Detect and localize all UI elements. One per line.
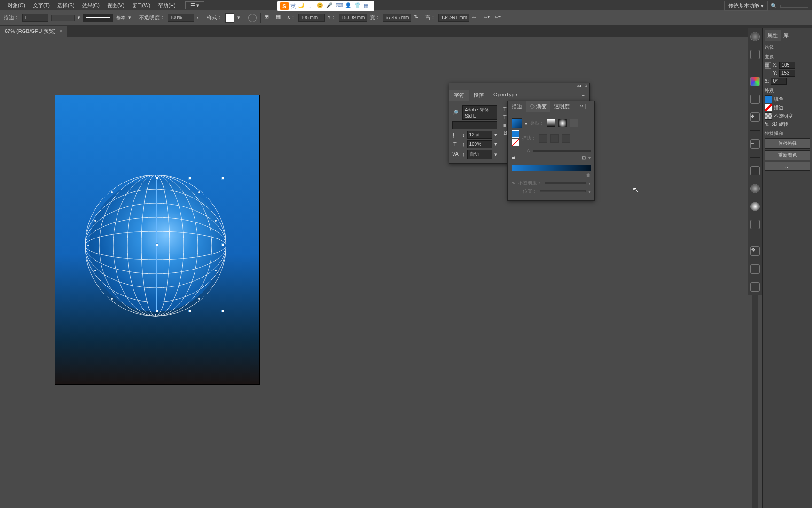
close-panel-icon[interactable]: × xyxy=(585,83,587,90)
artboard[interactable] xyxy=(55,95,259,384)
selection-box[interactable] xyxy=(156,178,223,311)
reverse-icon[interactable]: ⇄ xyxy=(512,155,515,160)
ime-lang[interactable]: 英 xyxy=(290,2,296,10)
stroke-weight-input[interactable]: ↕ xyxy=(22,14,48,22)
radial-type-button[interactable] xyxy=(558,119,567,127)
kern-dropdown-icon[interactable]: ▾ xyxy=(494,151,497,158)
stop-location-input[interactable] xyxy=(540,190,586,192)
fill-swatch-prop[interactable] xyxy=(765,95,772,103)
handle-tl[interactable] xyxy=(156,177,158,180)
handle-mr[interactable] xyxy=(221,243,224,246)
opacity-arrow-icon[interactable]: › xyxy=(197,15,199,21)
globe-icon[interactable] xyxy=(248,14,257,22)
workspace-dropdown[interactable]: 传统基本功能 ▾ xyxy=(724,1,768,11)
dock-brush-icon[interactable] xyxy=(750,32,760,41)
y-input[interactable]: 153.09 mm xyxy=(339,14,367,22)
w-input[interactable]: 67.496 mm xyxy=(383,14,411,22)
shape-icon-2[interactable]: ▱▾ xyxy=(484,14,492,22)
grad-swatch-dd-icon[interactable]: ▾ xyxy=(525,121,527,126)
menu-help[interactable]: 帮助(H) xyxy=(154,0,179,10)
shirt-icon[interactable]: 👕 xyxy=(354,2,362,10)
handle-bl[interactable] xyxy=(156,310,158,312)
vscale-dropdown-icon[interactable]: ▾ xyxy=(494,141,497,147)
opacity-input[interactable]: 100% xyxy=(168,14,194,22)
collapse-icon[interactable]: ◂◂ xyxy=(577,83,581,90)
face-icon[interactable]: 😊 xyxy=(317,2,324,10)
transform-anchor-icon[interactable]: ▦ xyxy=(276,14,284,22)
offset-path-button[interactable]: 位移路径 xyxy=(765,138,810,149)
shape-icon-1[interactable]: ▱ xyxy=(472,14,481,22)
delete-stop-icon[interactable]: 🗑 xyxy=(586,173,591,178)
tab-transparency[interactable]: 透明度 xyxy=(550,101,573,112)
panel-titlebar[interactable]: ◂◂ × xyxy=(449,83,589,90)
dock-club-icon[interactable]: ♣ xyxy=(750,112,760,122)
angle-input[interactable] xyxy=(533,150,591,152)
stroke-dropdown-icon[interactable]: ▾ xyxy=(78,15,80,21)
gradient-slider[interactable] xyxy=(512,165,591,171)
dock-asset-icon[interactable] xyxy=(750,282,760,292)
tab-character[interactable]: 字符 xyxy=(449,90,469,101)
dock-pen-icon[interactable] xyxy=(750,50,760,59)
handle-tr[interactable] xyxy=(221,177,224,180)
document-tab[interactable]: 67% (RGB/GPU 预览) × xyxy=(0,26,67,37)
stop-location-dd-icon[interactable]: ▾ xyxy=(588,189,591,194)
style-swatch[interactable] xyxy=(225,13,234,23)
freeform-type-button[interactable] xyxy=(570,119,578,127)
dock-layers-icon[interactable]: ❖ xyxy=(750,246,760,256)
handle-bm[interactable] xyxy=(188,310,191,312)
search-input[interactable] xyxy=(780,5,808,8)
menu-select[interactable]: 选择(S) xyxy=(54,0,78,10)
canvas[interactable] xyxy=(0,37,756,508)
keyboard-icon[interactable]: ⌨ xyxy=(336,2,343,10)
stroke-profile[interactable] xyxy=(83,14,113,22)
aspect-dd-icon[interactable]: ▾ xyxy=(588,155,591,160)
dock-swatches-icon[interactable] xyxy=(750,77,760,86)
tab-libraries[interactable]: 库 xyxy=(781,30,791,41)
dock-color-icon[interactable] xyxy=(750,166,760,175)
shape-icon-3[interactable]: ▱▾ xyxy=(495,14,503,22)
stroke-swatch-prop[interactable] xyxy=(765,104,772,111)
search-font-icon[interactable]: 🔎 xyxy=(452,110,461,116)
more-button[interactable]: … xyxy=(765,162,810,171)
close-tab-icon[interactable]: × xyxy=(59,28,62,34)
align-icon[interactable]: ⊞ xyxy=(265,14,273,22)
menu-type[interactable]: 文字(T) xyxy=(29,0,54,10)
tab-stroke[interactable]: 描边 xyxy=(508,101,526,112)
kerning-input[interactable]: 自动 xyxy=(467,150,493,159)
fill-swatch[interactable] xyxy=(512,130,519,138)
stroke-style-dropdown-icon[interactable]: ▾ xyxy=(128,15,131,21)
tab-paragraph[interactable]: 段落 xyxy=(469,90,489,101)
dock-transparency-icon[interactable] xyxy=(750,220,760,229)
search-icon[interactable]: 🔍 xyxy=(771,3,777,9)
handle-ml[interactable] xyxy=(156,243,158,246)
dock-gradient-icon[interactable] xyxy=(750,184,760,193)
grid-icon[interactable]: ▦ xyxy=(364,2,371,10)
font-family-input[interactable]: Adobe 宋体 Std L xyxy=(462,105,497,120)
tab-gradient[interactable]: ◇ 渐变 xyxy=(526,101,550,112)
x-input[interactable]: 105 mm xyxy=(298,14,325,22)
font-style-input[interactable]: - xyxy=(452,121,497,129)
comma-icon[interactable]: ， xyxy=(307,2,315,10)
dock-stroke-icon[interactable]: ≡ xyxy=(750,139,760,149)
moon-icon[interactable]: 🌙 xyxy=(298,2,305,10)
x-prop-input[interactable]: 105 xyxy=(779,62,795,69)
person-icon[interactable]: 👤 xyxy=(345,2,352,10)
recolor-button[interactable]: 重新着色 xyxy=(765,150,810,160)
menu-object[interactable]: 对象(O) xyxy=(4,0,29,10)
rot-prop-input[interactable]: 0° xyxy=(771,78,787,85)
grad-collapse-icon[interactable]: ›› | ≡ xyxy=(576,101,594,112)
fx-icon[interactable]: fx. xyxy=(765,122,770,127)
menu-view[interactable]: 视图(V) xyxy=(103,0,128,10)
kern-stepper-icon[interactable]: ↕ xyxy=(462,151,465,157)
stroke-color-swatch[interactable] xyxy=(51,15,75,21)
menu-extra-icon[interactable]: ☰ ▾ xyxy=(185,1,204,9)
menu-window[interactable]: 窗口(W) xyxy=(128,0,155,10)
mic-icon[interactable]: 🎤 xyxy=(326,2,334,10)
gradient-panel[interactable]: 描边 ◇ 渐变 透明度 ›› | ≡ ▾ 类型： 描边： Δ xyxy=(508,101,595,201)
aspect-icon[interactable]: ⊡ xyxy=(582,155,586,160)
size-stepper-icon[interactable]: ↕ xyxy=(462,132,465,138)
handle-br[interactable] xyxy=(221,310,224,312)
tab-properties[interactable]: 属性 xyxy=(765,30,781,41)
linear-type-button[interactable] xyxy=(547,119,555,127)
gradient-swatch[interactable] xyxy=(512,118,522,128)
